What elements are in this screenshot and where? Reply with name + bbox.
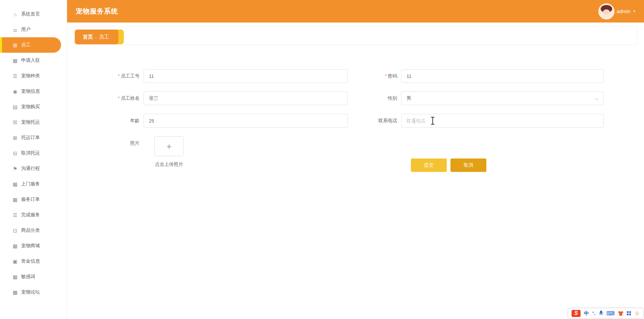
sidebar-item-service-orders[interactable]: ▦服务订单 — [0, 192, 67, 207]
grid-9-icon: ▩ — [12, 290, 18, 295]
field-label: 性别 — [364, 95, 401, 101]
sidebar-item-label: 敏感词 — [21, 274, 35, 280]
breadcrumb-separator: - — [95, 35, 97, 40]
cancel-button[interactable]: 取消 — [450, 158, 486, 172]
grid-icon: ▦ — [12, 58, 18, 63]
sidebar-item-pet-info[interactable]: ◉宠物信息 — [0, 84, 67, 99]
sidebar-item-apply-settle[interactable]: ▦申请入驻 — [0, 53, 67, 68]
sidebar-item-label: 资金信息 — [21, 258, 40, 264]
sidebar-item-label: 宠物论坛 — [21, 289, 40, 295]
sidebar-item-pet-shipping[interactable]: ☒宠物托运 — [0, 115, 67, 130]
form-item-employee-id: *员工工号 — [107, 69, 348, 83]
app-title: 宠物服务系统 — [76, 7, 118, 16]
sidebar-item-label: 商品分类 — [21, 227, 40, 233]
avatar[interactable] — [599, 4, 614, 19]
sidebar-item-goods-category[interactable]: ⊡商品分类 — [0, 223, 67, 238]
required-mark: * — [385, 73, 387, 79]
mic-icon[interactable] — [599, 311, 603, 316]
punctuation-icon[interactable]: °, — [592, 311, 596, 316]
age-input[interactable] — [144, 114, 348, 128]
sidebar-item-fund-info[interactable]: ▣资金信息 — [0, 254, 67, 269]
breadcrumb-current: 员工 — [99, 34, 109, 40]
form-item-gender: 性别 男 — [364, 91, 604, 105]
user-menu[interactable]: admin ▾ — [599, 4, 635, 19]
sidebar-item-users[interactable]: ⚌用户 — [0, 22, 67, 37]
sidebar-item-pet-types[interactable]: ☰宠物种类 — [0, 68, 67, 84]
pin-icon: ◉ — [12, 89, 18, 94]
sidebar-item-employees[interactable]: ⊞员工 — [0, 37, 61, 53]
monitor-icon: ⊡ — [12, 228, 18, 233]
sidebar-item-done-service[interactable]: ☰完成服务 — [0, 207, 67, 223]
sidebar-item-label: 托运订单 — [21, 135, 40, 141]
keyboard-icon[interactable]: ⌨ — [606, 310, 615, 317]
grid-icon: ▦ — [12, 197, 18, 202]
grid-icon: ▦ — [12, 243, 18, 248]
sidebar-item-label: 宠物托运 — [21, 119, 40, 125]
sogou-logo[interactable]: S — [572, 310, 581, 317]
text-caret — [414, 118, 415, 124]
form-item-phone: 联系电话 — [364, 114, 604, 128]
breadcrumb-chip: 首页 - 员工 — [75, 30, 118, 44]
sidebar-item-label: 宠物购买 — [21, 104, 40, 110]
sidebar-item-label: 服务订单 — [21, 196, 40, 202]
sidebar-item-label: 用户 — [21, 27, 31, 33]
submit-button[interactable]: 提交 — [411, 158, 447, 172]
username: admin — [617, 8, 631, 14]
sidebar-item-cancel-shipping[interactable]: ⊟取消托运 — [0, 145, 67, 161]
sidebar-item-label: 员工 — [21, 42, 31, 48]
sidebar-item-trip-comm[interactable]: ⚑沟通行程 — [0, 161, 67, 176]
chevron-down-icon[interactable]: ▾ — [633, 9, 635, 13]
required-mark: * — [118, 73, 120, 79]
gender-value: 男 — [407, 95, 411, 101]
book-icon: ▤ — [12, 104, 18, 109]
mouse-text-cursor — [431, 117, 435, 125]
breadcrumb: 首页 - 员工 — [74, 26, 637, 45]
message-icon: ⊟ — [12, 151, 18, 156]
sidebar-item-label: 上门服务 — [21, 181, 40, 187]
ime-toolbar: S 中 °, ⌨ ☺ — [568, 308, 643, 318]
topbar: 宠物服务系统 admin ▾ — [67, 0, 644, 22]
password-input[interactable] — [401, 69, 604, 83]
field-label: 联系电话 — [364, 118, 401, 124]
sidebar-item-system-home[interactable]: ⌂系统首页 — [0, 6, 67, 22]
sidebar-item-label: 完成服务 — [21, 212, 40, 218]
employee-id-input[interactable] — [144, 69, 348, 83]
sidebar: ⌂系统首页⚌用户⊞员工▦申请入驻☰宠物种类◉宠物信息▤宠物购买☒宠物托运⊠托运订… — [0, 0, 67, 319]
list-icon: ☰ — [12, 213, 18, 218]
upload-hint: 点击上传照片 — [155, 162, 183, 168]
emoji-icon[interactable]: ☺ — [635, 310, 640, 316]
flag-icon: ⚑ — [12, 166, 18, 171]
required-mark: * — [118, 95, 120, 101]
form-item-employee-name: *员工姓名 — [107, 91, 348, 105]
page: ⌂系统首页⚌用户⊞员工▦申请入驻☰宠物种类◉宠物信息▤宠物购买☒宠物托运⊠托运订… — [0, 0, 644, 319]
skin-icon[interactable] — [618, 311, 624, 316]
sidebar-item-sensitive-words[interactable]: ▦敏感词 — [0, 269, 67, 284]
sidebar-item-shipping-orders[interactable]: ⊠托运订单 — [0, 130, 67, 145]
sidebar-item-label: 申请入驻 — [21, 57, 40, 63]
photo-upload-box[interactable]: + — [154, 136, 184, 156]
breadcrumb-home[interactable]: 首页 — [83, 34, 93, 40]
home-icon: ⌂ — [12, 12, 18, 17]
gender-select[interactable]: 男 — [401, 91, 604, 105]
form-item-password: *密码 — [364, 69, 604, 83]
sidebar-item-pet-forum[interactable]: ▩宠物论坛 — [0, 284, 67, 300]
employee-name-input[interactable] — [144, 91, 348, 105]
field-label: *员工工号 — [107, 73, 144, 79]
grid-icon: ⊞ — [12, 43, 18, 48]
field-label: 年龄 — [107, 118, 144, 124]
sidebar-item-door-service[interactable]: ▦上门服务 — [0, 176, 67, 192]
sidebar-item-label: 宠物商城 — [21, 243, 40, 249]
main-area: 宠物服务系统 admin ▾ 首页 - 员工 *员工工号 *密码 — [67, 0, 644, 319]
toolbox-icon[interactable] — [627, 311, 629, 313]
clipboard-icon: ▣ — [12, 259, 18, 264]
sidebar-item-pet-mall[interactable]: ▦宠物商城 — [0, 238, 67, 254]
sidebar-item-label: 系统首页 — [21, 11, 40, 17]
chinese-mode-icon[interactable]: 中 — [584, 310, 589, 317]
form-item-age: 年龄 — [107, 114, 348, 128]
grid-icon: ▦ — [12, 182, 18, 187]
sidebar-menu: ⌂系统首页⚌用户⊞员工▦申请入驻☰宠物种类◉宠物信息▤宠物购买☒宠物托运⊠托运订… — [0, 0, 67, 300]
clipboard-x-icon: ☒ — [12, 120, 18, 125]
field-label: *员工姓名 — [107, 95, 144, 101]
sidebar-item-label: 沟通行程 — [21, 166, 40, 172]
sidebar-item-pet-purchase[interactable]: ▤宠物购买 — [0, 99, 67, 115]
